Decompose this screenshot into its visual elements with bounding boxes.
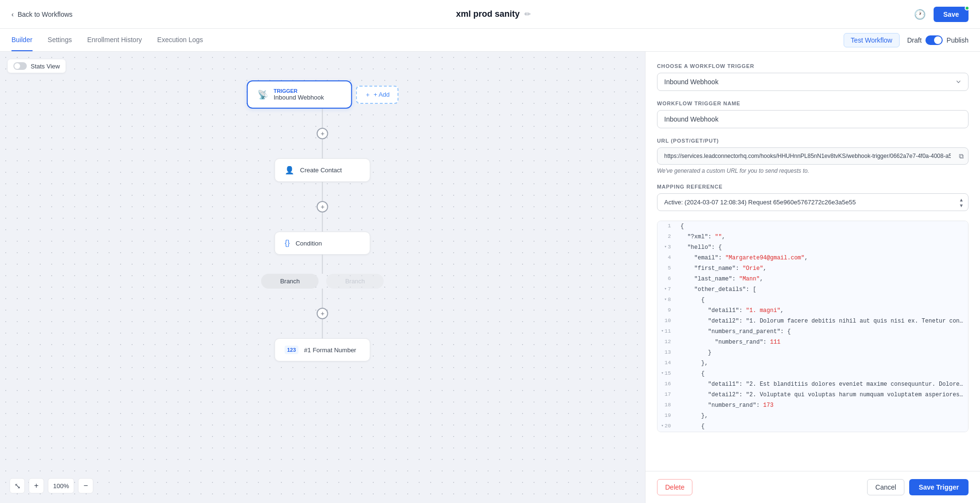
collapse-chevron-icon[interactable]: ▾ bbox=[661, 370, 663, 376]
delete-button[interactable]: Delete bbox=[657, 479, 692, 495]
panel-body: CHOOSE A WORKFLOW TRIGGER Inbound Webhoo… bbox=[646, 52, 980, 444]
right-panel: CHOOSE A WORKFLOW TRIGGER Inbound Webhoo… bbox=[645, 52, 980, 503]
code-line: ▾7 "other_details": [ bbox=[657, 284, 968, 295]
tabs-left: Builder Settings Enrollment History Exec… bbox=[11, 29, 203, 51]
tab-builder[interactable]: Builder bbox=[11, 29, 33, 51]
publish-label: Publish bbox=[947, 36, 969, 44]
trigger-label: Trigger bbox=[274, 88, 324, 94]
zoom-in-button[interactable]: + bbox=[29, 478, 44, 493]
mapping-select[interactable]: Active: (2024-03-07 12:08:34) Request 65… bbox=[657, 193, 969, 211]
main-layout: Stats View 📡 Trigger Inbound Webhook ＋ +… bbox=[0, 52, 980, 503]
trigger-name-input[interactable] bbox=[657, 110, 969, 128]
trigger-selector-section: CHOOSE A WORKFLOW TRIGGER Inbound Webhoo… bbox=[657, 63, 969, 91]
code-line: ▾15 { bbox=[657, 369, 968, 379]
code-line: 1{ bbox=[657, 221, 968, 232]
code-line: 13 } bbox=[657, 347, 968, 358]
code-line: ▾20 { bbox=[657, 421, 968, 432]
code-lines: 1{2 "?xml": "",▾3 "hello": {4 "email": "… bbox=[657, 221, 968, 432]
connector-line-3 bbox=[322, 182, 323, 201]
fit-canvas-button[interactable]: ⤡ bbox=[10, 478, 25, 493]
add-node-plus-2[interactable]: + bbox=[317, 201, 328, 212]
branch-node[interactable]: Branch bbox=[261, 274, 319, 289]
mapping-arrows-icon: ▲ ▼ bbox=[959, 197, 964, 208]
save-status-dot bbox=[965, 6, 969, 11]
code-line: ▾8 { bbox=[657, 295, 968, 305]
stats-mini-toggle bbox=[13, 62, 27, 70]
collapse-chevron-icon[interactable]: ▾ bbox=[661, 423, 663, 428]
workflow-canvas[interactable]: Stats View 📡 Trigger Inbound Webhook ＋ +… bbox=[0, 52, 645, 503]
url-input[interactable] bbox=[657, 147, 969, 165]
connector-line-5 bbox=[322, 255, 323, 274]
trigger-name: Inbound Webhook bbox=[274, 94, 324, 101]
trigger-name-section: WORKFLOW TRIGGER NAME bbox=[657, 101, 969, 128]
connector-line-6 bbox=[322, 289, 323, 308]
branch-row: Branch Branch bbox=[261, 274, 384, 289]
url-label: URL (POST/GET/PUT) bbox=[657, 138, 969, 144]
publish-toggle[interactable] bbox=[925, 35, 943, 45]
url-hint: We've generated a custom URL for you to … bbox=[657, 168, 969, 174]
draft-publish-toggle: Draft Publish bbox=[907, 35, 969, 45]
trigger-icon: 📡 bbox=[257, 89, 268, 100]
tab-settings[interactable]: Settings bbox=[48, 29, 72, 51]
condition-icon: {} bbox=[285, 239, 290, 247]
tabs-bar: Builder Settings Enrollment History Exec… bbox=[0, 29, 980, 52]
create-contact-node[interactable]: 👤 Create Contact bbox=[275, 158, 370, 182]
code-line: 14 }, bbox=[657, 358, 968, 369]
code-line: 16 "detail1": "2. Est blanditiis dolores… bbox=[657, 379, 968, 390]
format-number-icon: 123 bbox=[285, 346, 298, 354]
trigger-text: Trigger Inbound Webhook bbox=[274, 88, 324, 101]
panel-footer: Delete Cancel Save Trigger bbox=[646, 471, 980, 503]
add-node-plus-3[interactable]: + bbox=[317, 308, 328, 319]
draft-label: Draft bbox=[907, 36, 922, 44]
code-line: 2 "?xml": "", bbox=[657, 232, 968, 242]
collapse-chevron-icon[interactable]: ▾ bbox=[664, 297, 667, 302]
zoom-out-button[interactable]: − bbox=[78, 478, 93, 493]
test-workflow-button[interactable]: Test Workflow bbox=[844, 33, 900, 47]
branch-ghost: Branch bbox=[326, 274, 384, 289]
connector-line-4 bbox=[322, 212, 323, 232]
copy-url-icon[interactable]: ⧉ bbox=[959, 152, 964, 160]
back-to-workflows[interactable]: ‹ Back to Workflows bbox=[11, 11, 73, 18]
create-contact-icon: 👤 bbox=[285, 166, 294, 175]
code-line: 6 "last_name": "Mann", bbox=[657, 274, 968, 284]
code-line: 10 "detail2": "1. Dolorum facere debitis… bbox=[657, 316, 968, 326]
trigger-name-label: WORKFLOW TRIGGER NAME bbox=[657, 101, 969, 106]
trigger-node[interactable]: 📡 Trigger Inbound Webhook bbox=[247, 80, 352, 109]
footer-right: Cancel Save Trigger bbox=[867, 479, 969, 495]
code-line: 9 "detail1": "1. magni", bbox=[657, 305, 968, 316]
code-line: ▾11 "numbers_rand_parent": { bbox=[657, 326, 968, 337]
add-node-plus-1[interactable]: + bbox=[317, 128, 328, 139]
code-line: 4 "email": "Margarete94@gmail.com", bbox=[657, 253, 968, 263]
code-line: ▾3 "hello": { bbox=[657, 242, 968, 253]
format-number-label: #1 Format Number bbox=[304, 347, 356, 354]
collapse-chevron-icon[interactable]: ▾ bbox=[664, 286, 667, 291]
cancel-button[interactable]: Cancel bbox=[867, 479, 904, 495]
tab-enrollment-history[interactable]: Enrollment History bbox=[87, 29, 142, 51]
code-line: 5 "first_name": "Orie", bbox=[657, 263, 968, 274]
add-step-button[interactable]: ＋ + Add bbox=[356, 86, 399, 104]
url-section: URL (POST/GET/PUT) ⧉ We've generated a c… bbox=[657, 138, 969, 174]
zoom-level: 100% bbox=[48, 478, 74, 493]
condition-node[interactable]: {} Condition bbox=[275, 232, 370, 255]
format-number-node[interactable]: 123 #1 Format Number bbox=[275, 338, 370, 361]
tab-execution-logs[interactable]: Execution Logs bbox=[157, 29, 203, 51]
collapse-chevron-icon[interactable]: ▾ bbox=[661, 328, 663, 334]
back-label: Back to Workflows bbox=[18, 11, 73, 18]
json-code-block: 1{2 "?xml": "",▾3 "hello": {4 "email": "… bbox=[657, 221, 969, 432]
trigger-type-select[interactable]: Inbound Webhook bbox=[657, 73, 969, 91]
url-input-wrap: ⧉ bbox=[657, 147, 969, 165]
save-trigger-button[interactable]: Save Trigger bbox=[909, 479, 969, 495]
save-button[interactable]: Save bbox=[934, 7, 969, 22]
header-right: 🕐 Save bbox=[914, 7, 969, 22]
header-center: xml prod sanity ✏ bbox=[456, 9, 531, 19]
canvas-controls: ⤡ + 100% − bbox=[10, 478, 93, 493]
mapping-section: MAPPING REFERENCE Active: (2024-03-07 12… bbox=[657, 184, 969, 211]
code-line: 18 "numbers_rand": 173 bbox=[657, 400, 968, 411]
stats-view-toggle[interactable]: Stats View bbox=[8, 59, 66, 73]
collapse-chevron-icon[interactable]: ▾ bbox=[664, 244, 667, 249]
edit-title-icon[interactable]: ✏ bbox=[524, 10, 531, 19]
history-icon[interactable]: 🕐 bbox=[914, 9, 926, 20]
condition-label: Condition bbox=[296, 240, 322, 247]
code-line: 17 "detail2": "2. Voluptate qui voluptas… bbox=[657, 390, 968, 400]
connector-line-7 bbox=[322, 319, 323, 338]
